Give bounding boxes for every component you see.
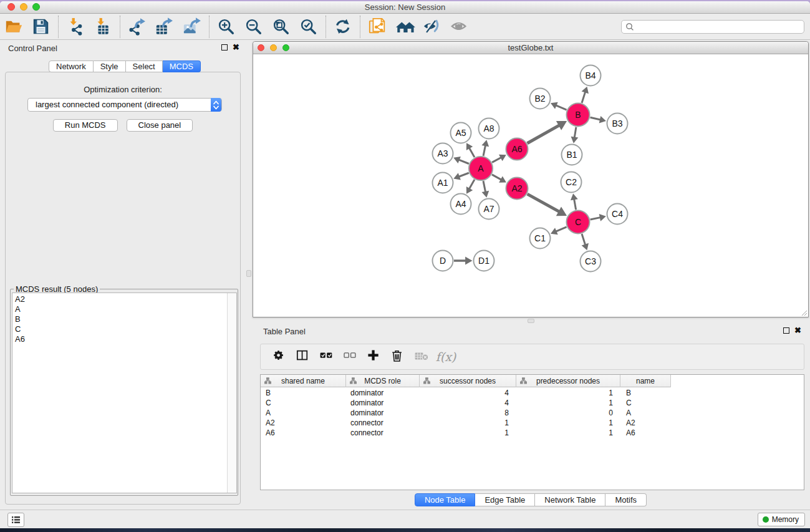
graph-node-A3[interactable]: A3: [433, 143, 453, 164]
graph-node-B[interactable]: B: [567, 104, 590, 127]
tab-style[interactable]: Style: [94, 60, 126, 72]
float-panel-icon[interactable]: [221, 44, 228, 51]
export-image-icon[interactable]: [178, 14, 206, 39]
edge-A6-B[interactable]: [528, 125, 559, 143]
cell-predecessor-nodes[interactable]: 0: [516, 408, 613, 418]
cell-successor-nodes[interactable]: 4: [420, 398, 509, 408]
export-network-icon[interactable]: [123, 14, 151, 39]
network-from-clipboard-icon[interactable]: [364, 14, 391, 39]
graph-node-C[interactable]: C: [567, 211, 590, 234]
tab-edge-table[interactable]: Edge Table: [475, 493, 535, 506]
add-column-icon[interactable]: [363, 346, 387, 368]
cell-shared-name[interactable]: C: [266, 398, 271, 408]
column-layout-icon[interactable]: [292, 346, 316, 368]
cell-predecessor-nodes[interactable]: 1: [516, 418, 613, 428]
table-row-B[interactable]: Bdominator41B: [261, 388, 804, 398]
show-all-networks-icon[interactable]: [391, 14, 418, 39]
cell-shared-name[interactable]: A6: [266, 428, 275, 438]
search-input[interactable]: [634, 21, 804, 32]
cell-MCDS-role[interactable]: dominator: [350, 408, 383, 418]
edge-A-A1[interactable]: [459, 173, 469, 177]
result-list-scrollbar[interactable]: [227, 293, 236, 493]
hide-details-icon[interactable]: [418, 14, 446, 39]
cell-shared-name[interactable]: A: [266, 408, 271, 418]
table-row-A[interactable]: Adominator80A: [261, 408, 804, 418]
tab-motifs[interactable]: Motifs: [605, 493, 647, 506]
mcds-result-item[interactable]: B: [15, 314, 25, 324]
cell-MCDS-role[interactable]: dominator: [350, 388, 383, 398]
edge-A-A4[interactable]: [470, 180, 475, 189]
table-row-A6[interactable]: A6connector11A6: [261, 428, 804, 438]
open-session-icon[interactable]: [0, 14, 27, 39]
graph-node-A[interactable]: A: [469, 157, 493, 180]
cell-predecessor-nodes[interactable]: 1: [516, 388, 613, 398]
run-mcds-button[interactable]: Run MCDS: [53, 119, 118, 132]
network-canvas[interactable]: AA1A3A5A8A4A7A6A2BB1B2B3B4CC1C2C3C4DD1: [253, 55, 808, 317]
mcds-result-item[interactable]: A2: [15, 294, 25, 304]
edge-A-A8[interactable]: [483, 145, 485, 156]
tab-network-table[interactable]: Network Table: [535, 493, 605, 506]
edge-A-A3[interactable]: [459, 160, 469, 163]
cell-shared-name[interactable]: A2: [266, 418, 275, 428]
show-details-icon[interactable]: [446, 14, 473, 39]
graph-node-A4[interactable]: A4: [451, 194, 471, 215]
table-close-panel-icon[interactable]: ✖: [794, 327, 801, 334]
export-table-icon[interactable]: [151, 14, 178, 39]
cell-name[interactable]: B: [626, 388, 631, 398]
mcds-result-item[interactable]: A: [15, 304, 25, 314]
table-settings-icon[interactable]: [268, 346, 292, 368]
cell-successor-nodes[interactable]: 1: [420, 428, 509, 438]
edge-A-A7[interactable]: [483, 181, 486, 192]
edge-A-A5[interactable]: [470, 148, 475, 157]
graph-node-C1[interactable]: C1: [530, 228, 551, 249]
zoom-fit-icon[interactable]: [268, 14, 295, 39]
cell-successor-nodes[interactable]: 4: [420, 388, 509, 398]
close-panel-button[interactable]: Close panel: [127, 119, 193, 132]
cell-successor-nodes[interactable]: 1: [420, 418, 509, 428]
edge-C-C2[interactable]: [574, 199, 576, 210]
zoom-in-icon[interactable]: [213, 14, 240, 39]
window-resize-handle[interactable]: [800, 309, 808, 316]
cell-name[interactable]: C: [626, 398, 632, 408]
cell-MCDS-role[interactable]: connector: [350, 418, 383, 428]
graph-node-A5[interactable]: A5: [451, 123, 471, 143]
close-panel-icon[interactable]: ✖: [233, 44, 239, 51]
column-header-predecessor-nodes[interactable]: predecessor nodes: [516, 375, 620, 387]
graph-node-A6[interactable]: A6: [506, 138, 528, 160]
horizontal-splitter-grip[interactable]: [528, 319, 534, 323]
zoom-selected-icon[interactable]: [295, 14, 322, 39]
mcds-result-list[interactable]: A2ABCA6: [12, 293, 237, 493]
edge-A-A6[interactable]: [492, 158, 501, 163]
table-row-C[interactable]: Cdominator41C: [261, 398, 804, 408]
search-field[interactable]: [621, 20, 804, 34]
criterion-dropdown[interactable]: largest connected component (directed): [27, 98, 222, 112]
cell-successor-nodes[interactable]: 8: [420, 408, 509, 418]
graph-node-A2[interactable]: A2: [506, 178, 528, 200]
cell-MCDS-role[interactable]: dominator: [350, 398, 383, 408]
mcds-result-item[interactable]: A6: [15, 334, 25, 344]
column-header-MCDS-role[interactable]: MCDS role: [346, 375, 420, 387]
edge-C-C3[interactable]: [582, 234, 586, 245]
cell-shared-name[interactable]: B: [266, 388, 271, 398]
cell-predecessor-nodes[interactable]: 1: [516, 398, 613, 408]
tab-mcds[interactable]: MCDS: [163, 60, 201, 72]
edge-A-A2[interactable]: [492, 175, 501, 180]
graph-node-B3[interactable]: B3: [607, 114, 628, 134]
tab-network[interactable]: Network: [49, 60, 94, 72]
cell-MCDS-role[interactable]: connector: [350, 428, 383, 438]
table-float-panel-icon[interactable]: [783, 327, 789, 334]
column-header-name[interactable]: name: [620, 375, 671, 387]
cell-predecessor-nodes[interactable]: 1: [516, 428, 613, 438]
import-network-icon[interactable]: [62, 14, 89, 39]
edge-B-B4[interactable]: [582, 92, 586, 103]
edge-C-C1[interactable]: [556, 227, 566, 231]
tab-node-table[interactable]: Node Table: [415, 493, 476, 506]
graph-node-A7[interactable]: A7: [479, 199, 499, 220]
zoom-out-icon[interactable]: [240, 14, 268, 39]
edge-B-B2[interactable]: [556, 105, 566, 110]
graph-node-B2[interactable]: B2: [530, 89, 551, 109]
graph-node-C4[interactable]: C4: [607, 204, 628, 225]
edge-B-B3[interactable]: [591, 117, 600, 120]
column-header-shared-name[interactable]: shared name: [261, 375, 346, 387]
panel-menu-button[interactable]: [7, 513, 24, 527]
